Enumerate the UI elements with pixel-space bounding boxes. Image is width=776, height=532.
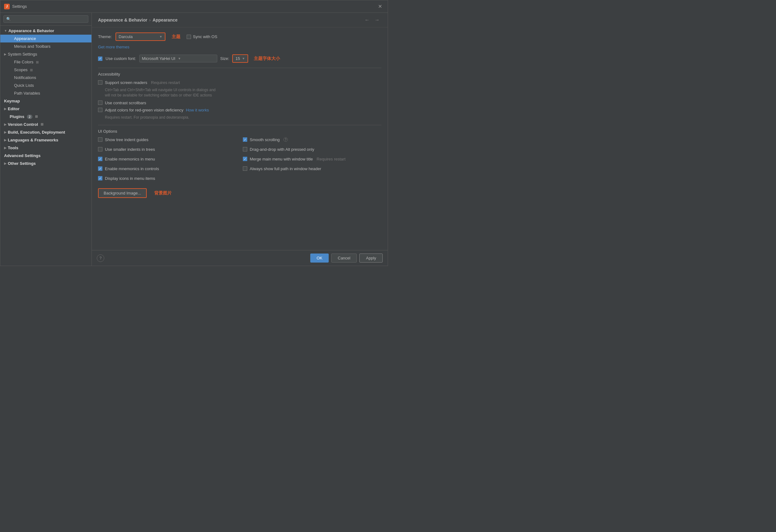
adjust-colors-subtext: Requires restart. For protanopia and deu… [105,115,381,120]
settings-dialog: J Settings ✕ ▼ Appearance & Behavior App… [0,0,388,266]
theme-row: Theme: Darcula ▼ 主题 Sync with OS [98,32,381,41]
sync-row: Sync with OS [187,34,217,39]
full-path-checkbox[interactable] [243,166,247,171]
action-buttons: OK Cancel Apply [310,253,383,262]
display-icons-checkbox[interactable] [98,176,103,180]
contrast-scrollbars-checkbox[interactable] [98,101,103,105]
screen-readers-checkbox[interactable] [98,80,103,84]
expand-icon-other: ▶ [4,162,7,165]
divider-2 [98,125,381,125]
sidebar-tools-label: Tools [8,146,18,150]
mnemonics-menu-row: Enable mnemonics in menu [98,157,237,161]
drag-drop-checkbox[interactable] [243,147,247,151]
font-value: Microsoft YaHei UI [142,56,175,61]
mnemonics-menu-label: Enable mnemonics in menu [105,157,155,161]
adjust-colors-label: Adjust colors for red-green vision defic… [105,108,183,113]
sidebar-group-appearance-behavior[interactable]: ▼ Appearance & Behavior [0,27,91,35]
search-box [0,13,91,26]
nav-forward-button[interactable]: → [373,17,381,23]
adjust-colors-row: Adjust colors for red-green vision defic… [98,108,381,113]
sidebar-item-notifications[interactable]: Notifications [0,74,91,81]
smooth-scrolling-row: Smooth scrolling ? [243,137,381,142]
custom-font-checkbox[interactable] [98,56,103,61]
sidebar-item-keymap[interactable]: Keymap [0,97,91,105]
expand-icon: ▼ [4,29,7,32]
font-dropdown[interactable]: Microsoft YaHei UI ▼ [139,55,217,62]
theme-value: Darcula [119,34,157,39]
sidebar-item-appearance[interactable]: Appearance [0,35,91,42]
drag-drop-row: Drag-and-drop with Alt pressed only [243,147,381,152]
size-dropdown-arrow-icon: ▼ [242,57,245,60]
mnemonics-controls-label: Enable mnemonics in controls [105,166,159,171]
full-path-label: Always show full path in window header [250,166,321,171]
ok-button[interactable]: OK [310,253,329,262]
show-tree-indent-row: Show tree indent guides [98,137,237,142]
sidebar-item-advanced[interactable]: Advanced Settings [0,152,91,160]
title-bar: J Settings ✕ [0,0,388,13]
screen-readers-hint: Requires restart [151,80,180,85]
contrast-scrollbars-row: Use contrast scrollbars [98,101,381,105]
ui-options-header: UI Options [98,129,381,134]
screen-readers-subtext: Ctrl+Tab and Ctrl+Shift+Tab will navigat… [105,87,381,98]
scopes-icon: ⊞ [30,68,33,72]
adjust-colors-checkbox[interactable] [98,108,103,112]
sidebar-item-quick-lists[interactable]: Quick Lists [0,81,91,89]
font-annotation: 主题字体大小 [254,56,280,61]
mnemonics-controls-checkbox[interactable] [98,166,103,171]
sidebar-group-tools[interactable]: ▶ Tools [0,144,91,152]
content-body: Theme: Darcula ▼ 主题 Sync with OS Get mor… [92,27,388,250]
theme-dropdown[interactable]: Darcula ▼ [116,32,165,41]
sidebar-group-label: Appearance & Behavior [8,28,54,33]
ui-options-section: UI Options Show tree indent guides Smoot… [98,129,381,183]
screen-readers-row: Support screen readers Requires restart [98,80,381,85]
size-dropdown[interactable]: 15 ▼ [232,54,248,63]
vc-icon: ⊞ [41,122,43,127]
sidebar-items: ▼ Appearance & Behavior Appearance Menus… [0,26,91,266]
smaller-indents-checkbox[interactable] [98,147,103,151]
bg-image-annotation: 背景图片 [154,190,172,196]
content-header: Appearance & Behavior › Appearance ← → [92,13,388,27]
sidebar-group-plugins[interactable]: Plugins 2 ⊞ [0,113,91,121]
cancel-button[interactable]: Cancel [331,253,357,262]
get-more-themes-link[interactable]: Get more themes [98,45,381,49]
search-input[interactable] [3,15,88,23]
close-button[interactable]: ✕ [376,3,384,10]
sidebar-lang-label: Languages & Frameworks [8,138,58,142]
smooth-scrolling-help-icon[interactable]: ? [283,137,288,142]
sidebar-group-other[interactable]: ▶ Other Settings [0,160,91,167]
merge-main-menu-checkbox[interactable] [243,157,247,161]
sidebar-item-path-variables[interactable]: Path Variables [0,89,91,97]
background-image-button[interactable]: Background Image... [98,188,147,198]
show-tree-indent-checkbox[interactable] [98,137,103,142]
smaller-indents-row: Use smaller indents in trees [98,147,237,152]
main-content: ▼ Appearance & Behavior Appearance Menus… [0,13,388,266]
sidebar-item-file-colors[interactable]: File Colors ⊞ [0,58,91,66]
theme-annotation: 主题 [172,34,180,40]
sidebar-group-editor[interactable]: ▶ Editor [0,105,91,113]
mnemonics-menu-checkbox[interactable] [98,157,103,161]
merge-main-menu-row: Merge main menu with window title Requir… [243,157,381,161]
breadcrumb-current: Appearance [153,17,178,22]
expand-icon-lang: ▶ [4,138,7,142]
plugins-icon: ⊞ [35,115,38,119]
expand-icon-vc: ▶ [4,123,7,126]
custom-font-label: Use custom font: [106,56,136,61]
theme-label: Theme: [98,34,112,39]
smooth-scrolling-checkbox[interactable] [243,137,247,142]
nav-back-button[interactable]: ← [363,17,371,23]
apply-button[interactable]: Apply [359,253,383,262]
sidebar-group-version-control[interactable]: ▶ Version Control ⊞ [0,121,91,128]
size-label: Size: [220,56,229,61]
help-button[interactable]: ? [97,254,104,262]
sidebar-item-scopes[interactable]: Scopes ⊞ [0,66,91,74]
expand-icon-editor: ▶ [4,107,7,111]
sidebar-build-label: Build, Execution, Deployment [8,130,65,135]
dropdown-arrow-icon: ▼ [159,35,162,38]
how-it-works-link[interactable]: How it works [186,108,209,113]
sidebar-group-languages[interactable]: ▶ Languages & Frameworks [0,136,91,144]
sidebar-group-build[interactable]: ▶ Build, Execution, Deployment [0,128,91,136]
sidebar-group-system-settings[interactable]: ▶ System Settings [0,50,91,58]
sync-os-checkbox[interactable] [187,35,191,39]
content-area: Appearance & Behavior › Appearance ← → T… [92,13,388,266]
sidebar-item-menus-toolbars[interactable]: Menus and Toolbars [0,42,91,50]
